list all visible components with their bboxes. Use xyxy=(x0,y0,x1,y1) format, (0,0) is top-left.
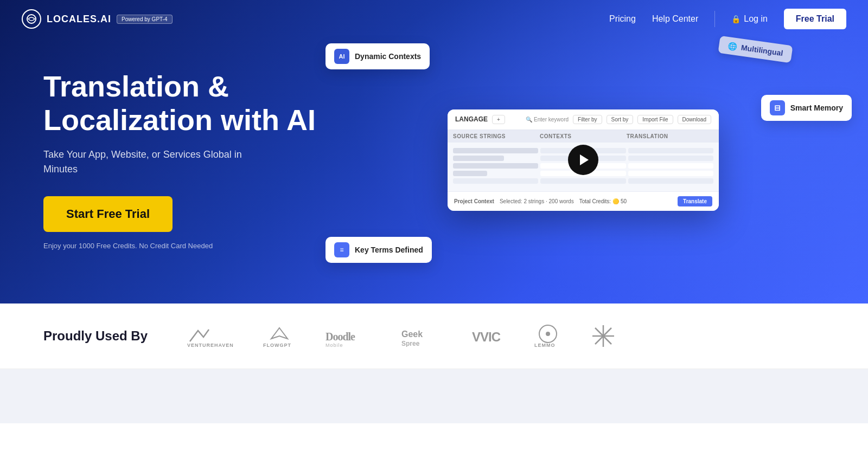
play-icon xyxy=(580,154,589,165)
selected-info: Selected: 2 strings · 200 words xyxy=(500,198,574,204)
start-free-trial-button[interactable]: Start Free Trial xyxy=(43,196,173,232)
translate-button[interactable]: Translate xyxy=(678,196,712,206)
hero-title: Translation & Localization with AI xyxy=(43,69,342,137)
multilingual-badge: 🌐 Multilingual xyxy=(718,36,793,63)
hero-subtitle: Take Your App, Website, or Services Glob… xyxy=(43,147,271,177)
nav-pricing[interactable]: Pricing xyxy=(609,14,636,24)
logo-icon xyxy=(22,9,41,29)
venturehaven-logo: VENTUREHAVEN xyxy=(184,325,233,347)
table-row xyxy=(453,178,713,184)
list-icon: ≡ xyxy=(334,242,349,257)
list-item: Geek Spree xyxy=(401,325,445,347)
lang-label: LANGAGE xyxy=(455,115,488,123)
navigation: LOCALES.AI Powered by GPT-4 Pricing Help… xyxy=(0,0,868,38)
dynamic-contexts-card: AI Dynamic Contexts xyxy=(326,43,430,69)
project-context-label: Project Context xyxy=(454,198,494,204)
logo[interactable]: LOCALES.AI Powered by GPT-4 xyxy=(22,9,173,29)
gpt-badge: Powered by GPT-4 xyxy=(117,15,172,24)
add-lang-button[interactable]: + xyxy=(492,115,505,124)
list-item: VVIC xyxy=(472,325,505,347)
app-toolbar: LANGAGE + 🔍 Enter keyword Filter by Sort… xyxy=(448,109,719,130)
hero-section: Translation & Localization with AI Take … xyxy=(0,0,868,304)
lock-icon: 🔒 xyxy=(731,15,741,23)
svg-text:VVIC: VVIC xyxy=(472,330,501,344)
play-button[interactable] xyxy=(568,145,598,175)
ai-icon: AI xyxy=(334,49,349,64)
asterisk-logo xyxy=(591,325,615,347)
doodle-logo: Doodle Mobile xyxy=(326,325,374,347)
download-button[interactable]: Download xyxy=(678,115,711,124)
nav-login[interactable]: 🔒 Log in xyxy=(731,14,768,24)
list-item: FLOWGPT xyxy=(260,325,298,347)
cta-note: Enjoy your 1000 Free Credits. No Credit … xyxy=(43,242,213,250)
app-bottom-bar: Project Context Selected: 2 strings · 20… xyxy=(448,191,719,211)
credits-display: Total Credits: 🟡 50 xyxy=(579,198,627,204)
coin-icon: 🟡 xyxy=(612,198,619,204)
svg-text:VENTUREHAVEN: VENTUREHAVEN xyxy=(187,343,233,347)
app-window: LANGAGE + 🔍 Enter keyword Filter by Sort… xyxy=(448,109,719,211)
vvic-logo: VVIC xyxy=(472,325,505,347)
geekspree-logo: Geek Spree xyxy=(401,325,445,347)
svg-text:Spree: Spree xyxy=(401,340,420,347)
search-box: 🔍 Enter keyword xyxy=(526,117,569,122)
list-item: LEMMO xyxy=(532,325,564,347)
key-terms-card: ≡ Key Terms Defined xyxy=(326,237,432,263)
smart-memory-card: ⊟ Smart Memory xyxy=(761,95,852,121)
filter-button[interactable]: Filter by xyxy=(573,115,602,124)
svg-marker-2 xyxy=(271,328,288,339)
hero-left: Translation & Localization with AI Take … xyxy=(43,69,342,250)
logos-row: VENTUREHAVEN FLOWGPT Doodle Mobile xyxy=(184,325,615,347)
list-item: VENTUREHAVEN xyxy=(184,325,233,347)
nav-free-trial-button[interactable]: Free Trial xyxy=(784,9,846,29)
sort-button[interactable]: Sort by xyxy=(607,115,634,124)
nav-divider xyxy=(714,11,715,27)
svg-text:Geek: Geek xyxy=(401,330,423,339)
column-headers: SOURCE STRINGS CONTEXTS TRANSLATION xyxy=(448,130,719,143)
bottom-section xyxy=(0,369,868,423)
lemmo-logo: LEMMO xyxy=(532,325,564,347)
svg-text:LEMMO: LEMMO xyxy=(534,343,556,348)
translate-icon: 🌐 xyxy=(727,41,738,51)
nav-links: Pricing Help Center 🔒 Log in Free Trial xyxy=(609,9,846,29)
svg-point-10 xyxy=(546,332,550,336)
hero-right: 🌐 Multilingual AI Dynamic Contexts LANGA… xyxy=(342,51,825,268)
list-item xyxy=(591,325,615,347)
import-button[interactable]: Import File xyxy=(637,115,673,124)
proudly-used-by-label: Proudly Used By xyxy=(43,328,152,344)
logo-text: LOCALES.AI xyxy=(47,14,111,25)
flowgpt-logo: FLOWGPT xyxy=(260,325,298,347)
social-proof-section: Proudly Used By VENTUREHAVEN FLOWGPT xyxy=(0,304,868,369)
svg-text:Mobile: Mobile xyxy=(326,343,343,347)
nav-help[interactable]: Help Center xyxy=(652,14,698,24)
list-item: Doodle Mobile xyxy=(326,325,374,347)
memory-icon: ⊟ xyxy=(770,100,785,115)
svg-text:Doodle: Doodle xyxy=(326,331,355,343)
svg-text:FLOWGPT: FLOWGPT xyxy=(263,343,291,347)
